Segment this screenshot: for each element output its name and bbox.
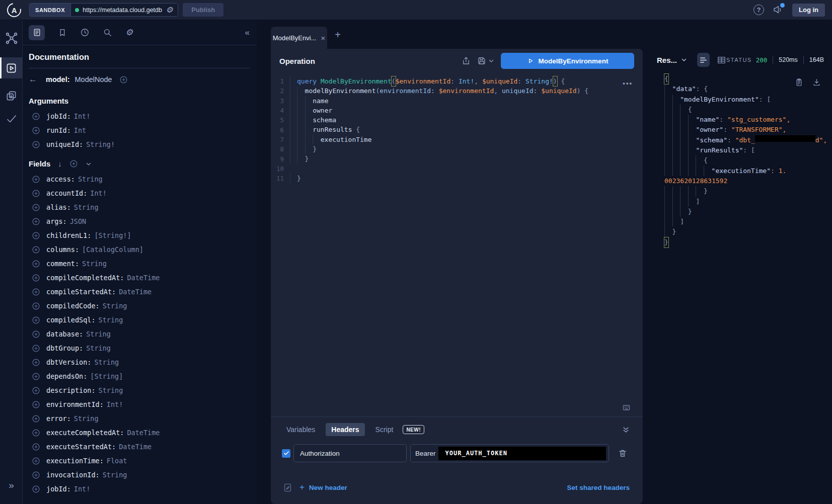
field-name[interactable]: columns: [46, 245, 79, 254]
field-name[interactable]: executeCompletedAt: [46, 429, 124, 437]
field-name[interactable]: database: [46, 330, 83, 338]
help-icon[interactable]: ? [753, 5, 764, 15]
field-type[interactable]: String [99, 386, 123, 394]
field-name[interactable]: access: [46, 175, 75, 183]
add-to-query-icon[interactable] [32, 330, 40, 339]
add-to-query-icon[interactable] [32, 175, 40, 184]
settings-gear-icon[interactable]: ⚙ [125, 27, 133, 38]
run-operation-button[interactable]: ModelByEnvironment [501, 53, 634, 69]
header-value-input[interactable]: Bearer YOUR_AUTH_TOKEN [410, 444, 609, 462]
add-to-query-icon[interactable] [32, 260, 40, 268]
search-icon[interactable] [103, 28, 112, 37]
schema-graph-icon[interactable] [0, 28, 23, 48]
field-type[interactable]: String [99, 316, 123, 324]
sort-fields-icon[interactable]: ↓ [58, 159, 62, 168]
field-name[interactable]: alias: [46, 203, 71, 211]
field-type[interactable]: DateTime [119, 288, 152, 296]
chevron-down-icon[interactable] [86, 161, 92, 167]
download-response-icon[interactable] [812, 78, 821, 87]
checks-icon[interactable] [0, 109, 23, 129]
field-name[interactable]: executionTime: [46, 457, 104, 465]
field-type[interactable]: String [103, 302, 127, 310]
set-shared-headers-link[interactable]: Set shared headers [567, 484, 630, 491]
field-name[interactable]: compileStartedAt: [46, 288, 116, 296]
field-name[interactable]: accountId: [46, 189, 87, 197]
bookmark-icon[interactable] [58, 28, 67, 37]
add-model-icon[interactable] [119, 75, 128, 84]
announcements-icon[interactable] [773, 5, 784, 16]
field-type[interactable]: [CatalogColumn] [82, 245, 143, 254]
add-to-query-icon[interactable] [32, 372, 40, 381]
editor-code-lines[interactable]: 1query ModelByEnvironment($environmentId… [271, 76, 643, 183]
add-to-query-icon[interactable] [32, 316, 40, 324]
field-name[interactable]: description: [46, 386, 96, 394]
auth-token-box[interactable]: YOUR_AUTH_TOKEN [438, 447, 606, 460]
connection-settings-icon[interactable]: ⚙ [166, 5, 173, 15]
field-type[interactable]: String [74, 203, 99, 211]
close-tab-icon[interactable]: × [321, 34, 325, 42]
operation-tab[interactable]: ModelByEnvi... × [271, 27, 327, 49]
history-icon[interactable] [80, 28, 90, 37]
field-name[interactable]: dependsOn: [46, 372, 87, 380]
add-to-query-icon[interactable] [32, 443, 40, 451]
field-type[interactable]: Int! [107, 400, 123, 408]
documentation-tab-icon[interactable] [29, 25, 45, 40]
field-type[interactable]: String [86, 344, 111, 352]
add-to-query-icon[interactable] [32, 457, 40, 465]
add-all-fields-icon[interactable] [69, 159, 78, 168]
collections-icon[interactable] [0, 86, 23, 106]
collapse-sidebar-icon[interactable]: « [245, 28, 251, 38]
add-to-query-icon[interactable] [32, 344, 40, 353]
argument-type[interactable]: Int [74, 126, 86, 134]
back-arrow-icon[interactable]: ← [29, 74, 42, 85]
field-type[interactable]: String [86, 330, 111, 338]
login-button[interactable]: Log in [792, 4, 825, 17]
argument-name[interactable]: runId: [46, 126, 71, 134]
field-type[interactable]: DateTime [127, 429, 160, 437]
add-to-query-icon[interactable] [32, 274, 40, 282]
field-type[interactable]: Float [107, 457, 127, 465]
collapse-panel-icon[interactable] [622, 426, 633, 434]
field-type[interactable]: String [82, 260, 107, 268]
publish-button[interactable]: Publish [183, 3, 223, 17]
add-to-query-icon[interactable] [32, 245, 40, 254]
add-to-query-icon[interactable] [32, 112, 40, 121]
field-name[interactable]: dbtVersion: [46, 358, 91, 366]
add-to-query-icon[interactable] [32, 429, 40, 437]
editor-options-icon[interactable]: ••• [623, 79, 633, 87]
field-name[interactable]: compileCompletedAt: [46, 274, 124, 282]
save-control[interactable] [477, 56, 494, 65]
field-type[interactable]: String [78, 175, 103, 183]
header-key-input[interactable] [293, 444, 407, 462]
field-type[interactable]: DateTime [119, 443, 152, 451]
endpoint-url-box[interactable]: https://metadata.cloud.getdbt.com ⚙ [71, 4, 178, 16]
field-type[interactable]: Int! [90, 189, 107, 197]
field-name[interactable]: executeStartedAt: [46, 443, 116, 451]
delete-header-icon[interactable] [618, 449, 627, 458]
endpoint-url[interactable]: https://metadata.cloud.getdbt.com [83, 7, 162, 14]
copy-response-icon[interactable] [795, 78, 803, 87]
add-to-query-icon[interactable] [32, 358, 40, 367]
field-type[interactable]: String [74, 414, 99, 423]
add-to-query-icon[interactable] [32, 400, 40, 409]
new-header-button[interactable]: + New header [299, 482, 347, 492]
add-to-query-icon[interactable] [32, 485, 40, 493]
graphql-editor[interactable]: 1query ModelByEnvironment($environmentId… [271, 73, 643, 416]
expand-rail-icon[interactable]: » [0, 480, 23, 491]
field-name[interactable]: error: [46, 414, 71, 423]
field-name[interactable]: dbtGroup: [46, 344, 83, 352]
add-to-query-icon[interactable] [32, 471, 40, 479]
tab-variables[interactable]: Variables [281, 423, 321, 436]
field-type[interactable]: [String!] [94, 231, 131, 239]
argument-type[interactable]: String! [86, 140, 115, 148]
field-name[interactable]: invocationId: [46, 471, 100, 479]
field-name[interactable]: args: [46, 217, 67, 225]
response-title[interactable]: Res... [657, 56, 687, 64]
add-to-query-icon[interactable] [32, 217, 40, 226]
field-name[interactable]: comment: [46, 260, 79, 268]
field-type[interactable]: [String] [90, 372, 123, 380]
field-name[interactable]: childrenL1: [46, 231, 91, 239]
field-name[interactable]: compiledCode: [46, 302, 100, 310]
field-type[interactable]: Int! [74, 485, 91, 493]
field-name[interactable]: compiledSql: [46, 316, 96, 324]
